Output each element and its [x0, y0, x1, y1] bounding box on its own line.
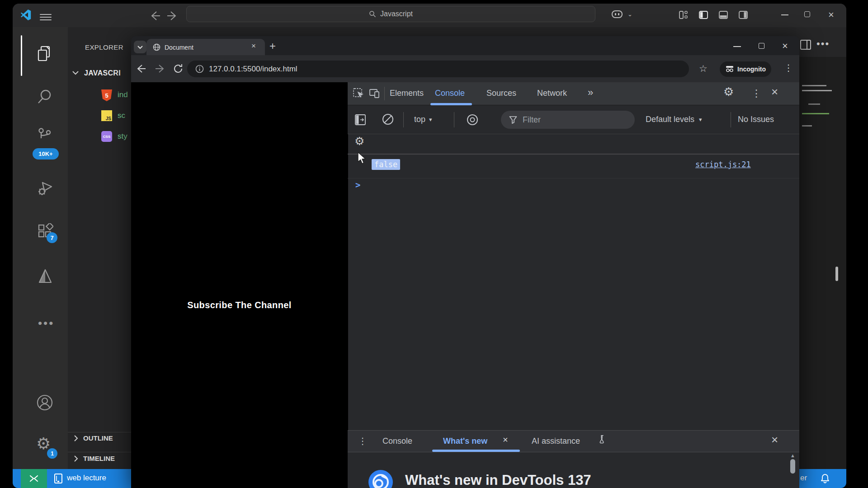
- flask-icon: [598, 435, 607, 445]
- toggle-panel-icon[interactable]: [719, 11, 728, 19]
- chrome-maximize-button[interactable]: [759, 43, 764, 49]
- console-source-link[interactable]: script.js:21: [695, 160, 751, 169]
- dock-side-icon[interactable]: [354, 114, 366, 126]
- drawer-scrollbar-thumb[interactable]: [790, 459, 795, 474]
- devtools-panel: [348, 82, 799, 488]
- new-tab-button[interactable]: +: [269, 40, 276, 52]
- toggle-secondary-sidebar-icon[interactable]: [739, 11, 748, 19]
- console-settings-gear-icon[interactable]: ⚙: [354, 136, 364, 147]
- folder-root-javascript[interactable]: JAVASCRI: [84, 69, 121, 77]
- chrome-close-button[interactable]: ×: [782, 40, 788, 52]
- code-line: [808, 103, 820, 105]
- statusbar-left-text[interactable]: web lecture: [67, 474, 106, 483]
- vscode-minimize-button[interactable]: [781, 14, 788, 15]
- copilot-chevron-icon[interactable]: ⌄: [627, 11, 632, 18]
- active-view-indicator: [21, 35, 22, 76]
- browser-menu-icon[interactable]: ⋮: [784, 62, 793, 73]
- browser-forward-icon[interactable]: [155, 63, 165, 74]
- drawer-close-icon[interactable]: ×: [771, 433, 778, 447]
- code-line: [802, 113, 829, 114]
- tab-title: Document: [165, 44, 193, 51]
- settings-badge: 1: [47, 448, 57, 459]
- context-selector[interactable]: top ▾: [414, 115, 432, 124]
- outline-chevron-icon: [72, 435, 80, 442]
- console-log-false[interactable]: false: [372, 159, 400, 170]
- account-icon[interactable]: [36, 394, 53, 411]
- more-views-icon[interactable]: •••: [38, 316, 54, 330]
- tab-console[interactable]: Console: [435, 89, 465, 98]
- drawer-tab-whats-new[interactable]: What's new: [443, 436, 487, 446]
- section-timeline[interactable]: TIMELINE: [83, 455, 115, 462]
- devtools-close-icon[interactable]: ×: [771, 85, 778, 99]
- sidebar-item-prism-extension[interactable]: [38, 268, 52, 285]
- copilot-icon[interactable]: [610, 9, 624, 19]
- url-text[interactable]: 127.0.0.1:5500/index.html: [209, 65, 297, 74]
- browser-back-icon[interactable]: [136, 63, 146, 74]
- devtools-menu-icon[interactable]: ⋮: [751, 88, 761, 99]
- vscode-restore-button[interactable]: [804, 11, 810, 17]
- editor-more-icon[interactable]: •••: [816, 38, 830, 50]
- tab-sources[interactable]: Sources: [486, 89, 516, 98]
- vscode-back-icon[interactable]: [149, 10, 161, 22]
- drawer-tab-ai-assistance[interactable]: AI assistance: [532, 436, 580, 446]
- vscode-command-center[interactable]: Javascript: [186, 6, 595, 22]
- log-levels-selector[interactable]: Default levels ▾: [646, 115, 702, 124]
- timeline-divider: [68, 452, 131, 452]
- menu-hamburger-icon[interactable]: [40, 12, 52, 22]
- devtools-settings-gear-icon[interactable]: ⚙: [723, 86, 734, 98]
- source-control-badge: 10K+: [33, 148, 59, 160]
- file-index-html[interactable]: ind: [118, 90, 128, 99]
- outline-divider: [68, 432, 131, 432]
- sidebar-item-source-control[interactable]: [37, 127, 52, 141]
- live-expression-eye-icon[interactable]: [466, 113, 479, 127]
- device-toolbar-icon[interactable]: [369, 88, 381, 99]
- drawer-scroll-up-icon[interactable]: ▲: [790, 453, 795, 458]
- command-center-label: Javascript: [380, 10, 413, 18]
- sidebar-item-run-debug[interactable]: [37, 179, 53, 197]
- tab-close-icon[interactable]: ×: [251, 42, 256, 51]
- sidebar-item-explorer[interactable]: [36, 45, 52, 62]
- filter-input[interactable]: Filter: [501, 111, 635, 129]
- extensions-badge: 7: [47, 232, 57, 243]
- site-info-icon[interactable]: [195, 65, 204, 73]
- drawer-menu-icon[interactable]: ⋮: [358, 436, 367, 446]
- more-tabs-icon[interactable]: »: [588, 87, 593, 99]
- clear-console-icon[interactable]: [382, 113, 394, 126]
- tab-elements[interactable]: Elements: [390, 89, 424, 98]
- file-script-js[interactable]: sc: [118, 111, 125, 120]
- console-prompt-chevron[interactable]: >: [355, 180, 360, 190]
- editor-scrollbar-thumb[interactable]: [835, 267, 838, 281]
- incognito-label: Incognito: [737, 66, 766, 73]
- sidebar-item-search[interactable]: [37, 89, 52, 105]
- bell-icon[interactable]: [819, 473, 831, 484]
- timeline-chevron-icon: [72, 455, 80, 462]
- toggle-sidebar-icon[interactable]: [699, 11, 708, 19]
- statusbar-right-fragment: er: [800, 474, 807, 483]
- mouse-cursor: [357, 152, 367, 165]
- issues-counter[interactable]: No Issues: [738, 115, 774, 124]
- editor-split-icon[interactable]: [800, 40, 811, 50]
- toolbar-divider: [403, 112, 404, 127]
- section-outline[interactable]: OUTLINE: [83, 434, 113, 442]
- layout-columns-icon[interactable]: [679, 11, 688, 19]
- code-line: [802, 125, 812, 127]
- drawer-tab-close-icon[interactable]: ×: [503, 435, 508, 445]
- incognito-icon: [725, 66, 734, 72]
- page-viewport: [131, 82, 348, 488]
- explorer-header: EXPLORER: [85, 43, 123, 51]
- vscode-close-button[interactable]: ×: [828, 9, 834, 21]
- folder-chevron-icon: [71, 69, 80, 77]
- drawer-tab-console[interactable]: Console: [382, 436, 412, 446]
- file-style-css[interactable]: sty: [118, 132, 127, 141]
- tab-search-button[interactable]: [134, 41, 146, 53]
- chrome-minimize-button[interactable]: [733, 46, 741, 47]
- inspect-element-icon[interactable]: [353, 88, 364, 99]
- filter-funnel-icon: [509, 116, 517, 124]
- remote-indicator[interactable]: [21, 469, 47, 488]
- chevron-down-icon: ▾: [699, 116, 702, 123]
- bookmark-star-icon[interactable]: ☆: [699, 63, 708, 74]
- tab-network[interactable]: Network: [537, 89, 567, 98]
- css-file-icon: CSS: [101, 131, 112, 142]
- vscode-forward-icon[interactable]: [166, 10, 178, 22]
- reload-icon[interactable]: [173, 63, 184, 74]
